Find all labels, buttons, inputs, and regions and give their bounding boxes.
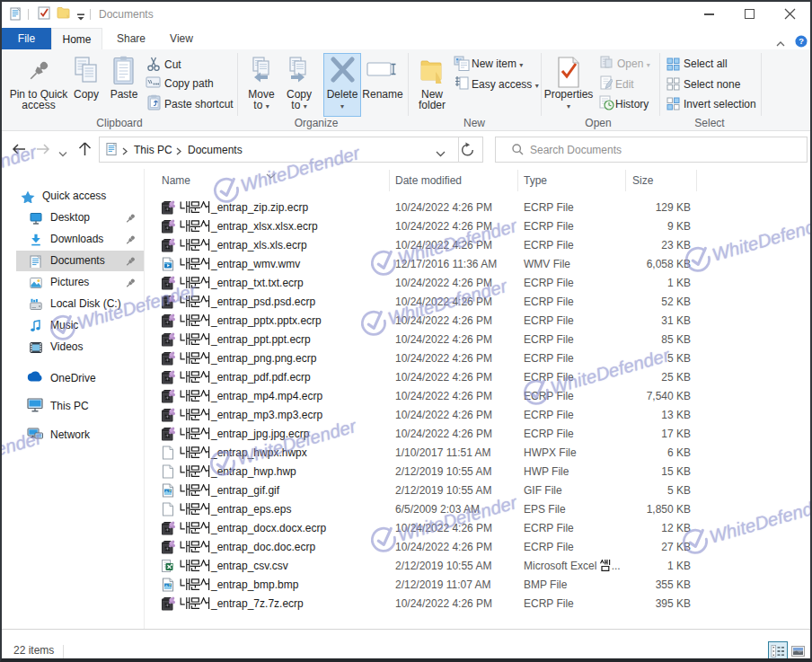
svg-text:?: ? [799,37,804,46]
